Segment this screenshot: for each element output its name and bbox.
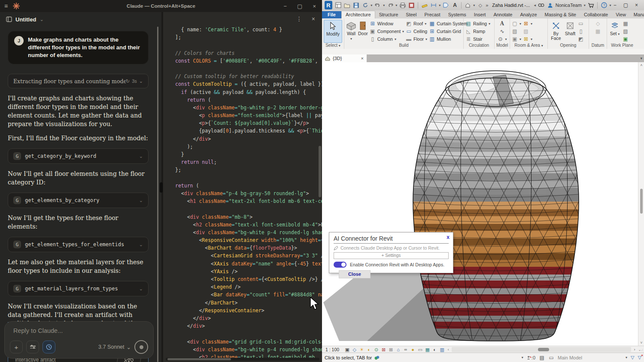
collapse-icon[interactable]: ◂ (534, 3, 536, 7)
code-editor[interactable]: { name: 'Ceramic Tile', count: 4 }]; // … (163, 26, 322, 361)
tab-massing-site[interactable]: Massing & Site (541, 11, 580, 18)
thinking-chip[interactable]: Extracting floor types and counting mode… (8, 74, 149, 88)
view-tab-overflow-icon[interactable]: ▾ (640, 54, 644, 62)
group-label-build[interactable]: Build (344, 43, 463, 49)
chat-scrollbar[interactable] (157, 27, 158, 362)
code-vertical-scrollbar[interactable] (319, 146, 321, 197)
visual-style-icon[interactable]: ◇ (351, 347, 358, 353)
reveal-hidden-icon[interactable]: ● (409, 347, 416, 352)
sun-path-icon[interactable]: ☀ (358, 347, 365, 353)
search-icon[interactable] (538, 2, 544, 9)
close-hidden-windows-icon[interactable] (408, 2, 415, 9)
active-design-option[interactable]: Main Model (558, 355, 622, 360)
opening-by-face-button[interactable]: By Face (550, 20, 562, 41)
room-separator-button[interactable]: ▧ (512, 27, 521, 35)
minimize-icon[interactable]: − (284, 3, 287, 9)
composer-input[interactable]: Reply to Claude... (10, 327, 148, 334)
code-horizontal-scrollbar[interactable] (166, 358, 319, 361)
maximize-icon[interactable]: ▢ (623, 2, 628, 8)
scroll-left-icon[interactable]: ‹ (446, 347, 451, 352)
door-button[interactable]: Door (358, 20, 368, 36)
tag-area-button[interactable]: ⊠▾ (523, 35, 532, 43)
filter-icon[interactable]: ▽× (638, 355, 641, 360)
vertical-opening-button[interactable]: ▯ (578, 27, 584, 35)
close-icon[interactable]: × (635, 2, 638, 8)
dialog-close-button[interactable]: Close (339, 270, 371, 278)
room-button[interactable]: ▢▾ (512, 20, 521, 27)
save-icon[interactable] (352, 2, 360, 9)
floor-button[interactable]: ▬Floor▾ (406, 35, 427, 43)
group-label-work-plane[interactable]: Work Plane (607, 43, 637, 49)
tag-icon[interactable] (442, 2, 450, 9)
print-icon[interactable] (399, 2, 406, 9)
level-button[interactable]: ◇ (595, 20, 601, 27)
railing-button[interactable]: ▤Railing▾ (465, 20, 490, 27)
tool-call-chip[interactable]: G get_elements_by_category ⌄ (8, 193, 149, 208)
redo-icon[interactable] (386, 2, 394, 9)
ramp-button[interactable]: ◺Ramp (465, 27, 490, 35)
view-tab-3d[interactable]: {3D} × (322, 54, 367, 62)
open-icon[interactable] (343, 2, 351, 9)
lock-view-icon[interactable]: ⌂ (395, 347, 402, 352)
default-3d-view-icon[interactable] (464, 2, 471, 9)
area-boundary-button[interactable]: ▧ (523, 27, 532, 35)
sidebar-toggle-icon[interactable] (6, 16, 12, 22)
model-line-button[interactable]: ∿ (499, 27, 505, 35)
tab-view[interactable]: View (612, 11, 630, 18)
tool-call-chip[interactable]: G get_material_layers_from_types ⌄ (8, 281, 149, 296)
help-icon[interactable]: ? (601, 2, 607, 9)
scale-control[interactable]: 1 : 100 (322, 347, 343, 352)
chevron-down-icon[interactable]: ▾ (383, 3, 385, 7)
tab-steel[interactable]: Steel (402, 11, 420, 18)
chevron-down-icon[interactable]: ⌄ (39, 17, 43, 22)
set-work-plane-button[interactable]: Set ▾ (609, 20, 621, 36)
chevron-down-icon[interactable]: ▾ (371, 3, 372, 7)
curtain-grid-button[interactable]: ⊞Curtain Grid (429, 27, 468, 35)
close-panel-icon[interactable]: × (312, 15, 315, 22)
settings-expander[interactable]: + Settings (334, 252, 449, 259)
minimize-icon[interactable]: − (614, 2, 617, 8)
tools-button[interactable] (26, 341, 39, 353)
panel-resize-handle[interactable] (160, 182, 163, 193)
chevron-down-icon[interactable]: ▾ (626, 356, 627, 359)
group-label-opening[interactable]: Opening (548, 43, 589, 49)
tool-call-chip[interactable]: G get_element_types_for_elementids ⌄ (8, 237, 149, 252)
tab-architecture[interactable]: Architecture (341, 11, 375, 18)
hide-isolate-icon[interactable]: ∞ (402, 347, 409, 352)
tab-collaborate[interactable]: Collaborate (580, 11, 612, 18)
maximize-icon[interactable]: ▢ (297, 3, 302, 9)
conversation-title[interactable]: Untitled (15, 16, 36, 23)
resize-grip[interactable]: ⌄.: (637, 348, 644, 352)
tab-structure[interactable]: Structure (375, 11, 402, 18)
area-button[interactable]: ▣▾ (512, 35, 521, 43)
chevron-down-icon[interactable]: ▾ (439, 3, 440, 7)
dormer-opening-button[interactable]: ◩ (578, 35, 584, 43)
viewer-button[interactable]: ▣ (623, 35, 629, 43)
account-name[interactable]: NonicaTeam (556, 3, 582, 8)
user-icon[interactable] (547, 2, 553, 9)
roof-button[interactable]: ◩Roof▾ (406, 20, 427, 27)
scrollbar-thumb[interactable] (640, 189, 643, 214)
exclude-options-icon[interactable]: ▽ (631, 355, 634, 360)
wall-button[interactable]: Wall ▾ (346, 20, 356, 41)
editing-requests[interactable]: :0 (527, 355, 535, 360)
store-icon[interactable] (588, 2, 594, 9)
ceiling-button[interactable]: ▭Ceiling (406, 27, 427, 35)
render-icon[interactable]: ⊙ (373, 347, 380, 353)
group-label-room-area[interactable]: Room & Area ▾ (510, 43, 547, 49)
close-icon[interactable]: × (313, 3, 316, 9)
stair-button[interactable]: ≣Stair (465, 35, 490, 43)
chevron-down-icon[interactable]: ▾ (522, 356, 523, 359)
group-label-circulation[interactable]: Circulation (464, 43, 494, 49)
section-icon[interactable]: ◇ (477, 2, 484, 9)
model-text-button[interactable]: A (499, 20, 505, 27)
view-properties-icon[interactable]: ▭ (416, 347, 424, 353)
model-selector[interactable]: 3.7 Sonnet ⌄ (98, 344, 131, 350)
group-label-model[interactable]: Model (495, 43, 510, 49)
model-group-button[interactable]: ⊙▾ (497, 35, 507, 43)
column-button[interactable]: ▯Column▾ (370, 35, 404, 43)
text-icon[interactable]: A (451, 2, 459, 9)
properties-icon[interactable] (334, 2, 342, 9)
kebab-menu-icon[interactable]: ⋮ (296, 15, 302, 22)
tab-analyze[interactable]: Analyze (516, 11, 541, 18)
